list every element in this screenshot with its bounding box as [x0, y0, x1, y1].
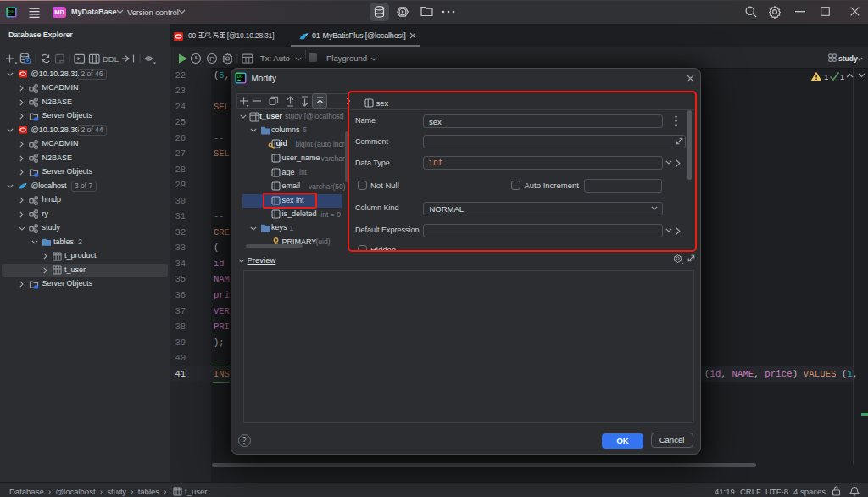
svg-text:DDL: DDL [103, 54, 119, 64]
svg-text:P: P [209, 55, 214, 63]
svg-text:DG: DG [8, 8, 14, 13]
